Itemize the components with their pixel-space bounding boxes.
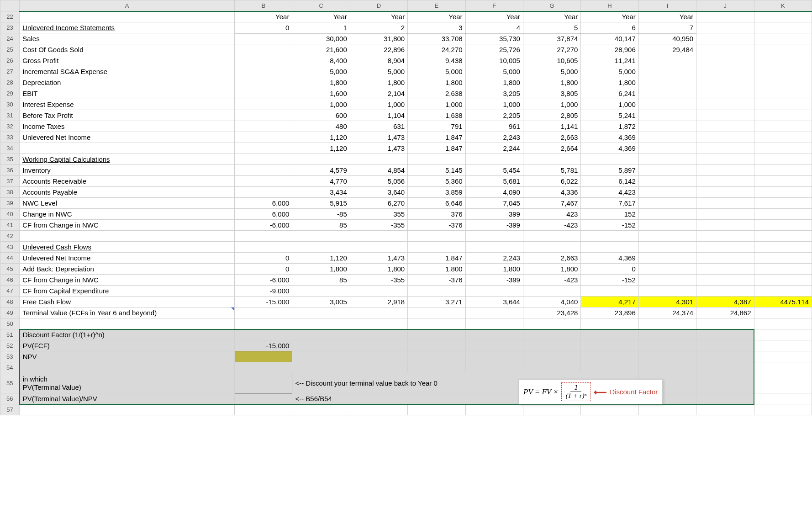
cell-I35[interactable]: [638, 154, 696, 165]
cell-H38[interactable]: 4,423: [581, 187, 638, 198]
cell-C46[interactable]: 85: [292, 275, 350, 286]
cell-F37[interactable]: 5,681: [465, 176, 523, 187]
cell-I52[interactable]: [638, 340, 696, 351]
cell-E44[interactable]: 1,847: [408, 253, 465, 264]
row-49[interactable]: 49Terminal Value (FCFs in Year 6 and bey…: [0, 307, 812, 318]
cell-B47[interactable]: -9,000: [235, 286, 292, 297]
cell-B53[interactable]: [235, 351, 292, 362]
cell-B49[interactable]: [235, 307, 292, 318]
cell-B52[interactable]: -15,000: [235, 340, 292, 351]
cell-D44[interactable]: 1,473: [350, 253, 407, 264]
row-header-52[interactable]: 52: [0, 340, 20, 351]
row-header-42[interactable]: 42: [0, 231, 20, 242]
cell-G39[interactable]: 7,467: [523, 198, 580, 209]
cell-E38[interactable]: 3,859: [408, 187, 465, 198]
cell-A45[interactable]: Add Back: Depreciation: [20, 264, 235, 275]
cell-G22[interactable]: Year: [523, 11, 580, 22]
cell-A39[interactable]: NWC Level: [20, 198, 235, 209]
cell-B27[interactable]: [235, 66, 292, 77]
row-header-43[interactable]: 43: [0, 242, 20, 253]
row-46[interactable]: 46CF from Change in NWC-6,00085-355-376-…: [0, 275, 812, 286]
cell-I40[interactable]: [638, 209, 696, 220]
cell-E54[interactable]: [408, 362, 465, 373]
cell-G57[interactable]: [523, 404, 580, 415]
cell-K30[interactable]: [754, 99, 812, 110]
row-header-33[interactable]: 33: [0, 132, 20, 143]
cell-C54[interactable]: [292, 362, 350, 373]
cell-D49[interactable]: [350, 307, 407, 318]
cell-B39[interactable]: 6,000: [235, 198, 292, 209]
cell-K33[interactable]: [754, 132, 812, 143]
cell-C35[interactable]: [292, 154, 350, 165]
cell-I36[interactable]: [638, 165, 696, 176]
row-header-50[interactable]: 50: [0, 318, 20, 329]
row-34[interactable]: 341,1201,4731,8472,2442,6644,369: [0, 143, 812, 154]
cell-H34[interactable]: 4,369: [581, 143, 638, 154]
cell-A43[interactable]: Unlevered Cash Flows: [20, 242, 235, 253]
cell-D34[interactable]: 1,473: [350, 143, 407, 154]
cell-A38[interactable]: Accounts Payable: [20, 187, 235, 198]
cell-F51[interactable]: [465, 329, 523, 340]
cell-E27[interactable]: 5,000: [408, 66, 465, 77]
row-header-27[interactable]: 27: [0, 66, 20, 77]
col-header-J[interactable]: J: [696, 0, 754, 11]
cell-E23[interactable]: 3: [408, 22, 465, 33]
cell-C53[interactable]: [292, 351, 350, 362]
cell-G24[interactable]: 37,874: [523, 33, 580, 44]
row-29[interactable]: 29EBIT1,6002,1042,6383,2053,8056,241: [0, 88, 812, 99]
cell-F25[interactable]: 25,726: [465, 44, 523, 55]
cell-B50[interactable]: [235, 318, 292, 329]
cell-B45[interactable]: 0: [235, 264, 292, 275]
cell-G48[interactable]: 4,040: [523, 297, 580, 307]
row-36[interactable]: 36Inventory4,5794,8545,1455,4545,7815,89…: [0, 165, 812, 176]
cell-C51[interactable]: [292, 329, 350, 340]
cell-K47[interactable]: [754, 286, 812, 297]
cell-G45[interactable]: 1,800: [523, 264, 580, 275]
cell-K42[interactable]: [754, 231, 812, 242]
cell-B31[interactable]: [235, 110, 292, 121]
cell-B56[interactable]: [235, 393, 292, 404]
cell-A49[interactable]: Terminal Value (FCFs in Year 6 and beyon…: [20, 307, 235, 318]
cell-F23[interactable]: 4: [465, 22, 523, 33]
cell-B25[interactable]: [235, 44, 292, 55]
cell-J29[interactable]: [696, 88, 754, 99]
cell-D29[interactable]: 2,104: [350, 88, 407, 99]
cell-I39[interactable]: [638, 198, 696, 209]
cell-E45[interactable]: 1,800: [408, 264, 465, 275]
cell-F30[interactable]: 1,000: [465, 99, 523, 110]
cell-B44[interactable]: 0: [235, 253, 292, 264]
cell-H45[interactable]: 0: [581, 264, 638, 275]
row-header-41[interactable]: 41: [0, 220, 20, 231]
cell-E46[interactable]: -376: [408, 275, 465, 286]
cell-H54[interactable]: [581, 362, 638, 373]
cell-F49[interactable]: [465, 307, 523, 318]
cell-F33[interactable]: 2,243: [465, 132, 523, 143]
cell-F40[interactable]: 399: [465, 209, 523, 220]
cell-J52[interactable]: [696, 340, 754, 351]
cell-C45[interactable]: 1,800: [292, 264, 350, 275]
cell-I32[interactable]: [638, 121, 696, 132]
row-25[interactable]: 25Cost Of Goods Sold21,60022,89624,27025…: [0, 44, 812, 55]
col-header-G[interactable]: G: [523, 0, 580, 11]
cell-F28[interactable]: 1,800: [465, 77, 523, 88]
cell-K52[interactable]: [754, 340, 812, 351]
cell-K51[interactable]: [754, 329, 812, 340]
cell-C44[interactable]: 1,120: [292, 253, 350, 264]
row-31[interactable]: 31Before Tax Profit6001,1041,6382,2052,8…: [0, 110, 812, 121]
cell-J41[interactable]: [696, 220, 754, 231]
cell-D45[interactable]: 1,800: [350, 264, 407, 275]
cell-I27[interactable]: [638, 66, 696, 77]
cell-F41[interactable]: -399: [465, 220, 523, 231]
row-header-23[interactable]: 23: [0, 22, 20, 33]
row-26[interactable]: 26Gross Profit8,4008,9049,43810,00510,60…: [0, 55, 812, 66]
row-header-49[interactable]: 49: [0, 307, 20, 318]
cell-I42[interactable]: [638, 231, 696, 242]
cell-H50[interactable]: [581, 318, 638, 329]
cell-F47[interactable]: [465, 286, 523, 297]
cell-D32[interactable]: 631: [350, 121, 407, 132]
cell-A23[interactable]: Unlevered Income Statements: [20, 22, 235, 33]
cell-E36[interactable]: 5,145: [408, 165, 465, 176]
cell-I34[interactable]: [638, 143, 696, 154]
cell-J24[interactable]: [696, 33, 754, 44]
cell-D38[interactable]: 3,640: [350, 187, 407, 198]
